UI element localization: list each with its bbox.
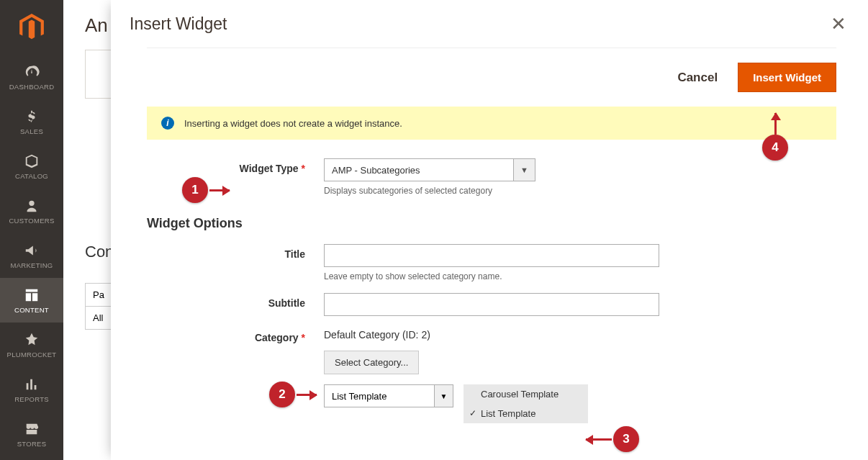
nav-sales[interactable]: SALES [0,99,63,144]
subtitle-input[interactable] [324,293,659,316]
annotation-1-arrow [209,189,230,191]
nav-label: DASHBOARD [9,83,55,91]
chevron-down-icon[interactable]: ▼ [435,384,453,407]
gauge-icon [24,64,40,80]
cancel-button[interactable]: Cancel [677,71,718,85]
modal-body: Cancel Insert Widget i Inserting a widge… [111,48,868,435]
annotation-4: 4 [762,135,788,161]
info-icon: i [161,117,174,130]
widget-type-hint: Displays subcategories of selected categ… [324,186,836,196]
subtitle-label: Subtitle [147,293,324,309]
annotation-3: 3 [613,426,639,452]
nav-label: MARKETING [10,261,53,269]
widget-type-select[interactable]: AMP - Subcategories ▼ [324,158,836,181]
modal-title: Insert Widget [130,14,227,34]
template-option-list[interactable]: List Template [464,404,588,423]
chevron-down-icon[interactable]: ▼ [514,158,535,181]
magento-logo-icon [19,14,44,41]
title-input[interactable] [324,244,659,267]
annotation-2-arrow [297,394,317,396]
nav-label: PLUMROCKET [7,351,57,358]
category-value: Default Category (ID: 2) [324,328,836,341]
widget-options-heading: Widget Options [147,216,836,231]
box-icon [24,153,40,169]
category-label: Category [147,328,324,343]
insert-widget-button[interactable]: Insert Widget [738,63,836,92]
select-category-button[interactable]: Select Category... [324,351,419,374]
layout-icon [24,287,40,303]
nav-label: SALES [20,127,43,135]
title-label: Title [147,244,324,260]
template-value: List Template [324,384,435,407]
action-bar: Cancel Insert Widget [147,48,836,107]
nav-marketing[interactable]: MARKETING [0,233,63,278]
title-hint: Leave empty to show selected category na… [324,271,836,281]
annotation-3-arrow [586,438,612,441]
dollar-icon [24,109,40,125]
close-icon[interactable]: ✕ [828,12,849,36]
nav-content[interactable]: CONTENT [0,278,63,323]
nav-dashboard[interactable]: DASHBOARD [0,55,63,99]
annotation-1: 1 [182,177,208,203]
template-select[interactable]: List Template ▼ [324,384,453,407]
annotation-2: 2 [269,382,295,407]
widget-type-value: AMP - Subcategories [324,158,514,181]
annotation-4-arrow [774,113,777,135]
nav-label: CONTENT [14,306,49,314]
person-icon [24,198,40,214]
info-banner: i Inserting a widget does not create a w… [147,107,836,140]
bars-icon [24,376,40,392]
nav-reports[interactable]: REPORTS [0,367,63,412]
template-option-carousel[interactable]: Carousel Template [464,384,588,404]
plumrocket-icon [24,332,40,348]
nav-catalog[interactable]: CATALOG [0,144,63,189]
modal-header: Insert Widget ✕ [111,0,868,48]
store-icon [24,421,40,437]
info-text: Inserting a widget does not create a wid… [184,118,402,129]
nav-label: CUSTOMERS [9,217,54,225]
megaphone-icon [24,243,40,258]
nav-customers[interactable]: CUSTOMERS [0,189,63,233]
nav-label: CATALOG [15,172,48,180]
nav-plumrocket[interactable]: PLUMROCKET [0,323,63,367]
widget-type-label: Widget Type [147,158,324,174]
insert-widget-modal: Insert Widget ✕ Cancel Insert Widget i I… [111,0,868,460]
nav-stores[interactable]: STORES [0,412,63,456]
admin-sidebar: DASHBOARD SALES CATALOG CUSTOMERS MARKET… [0,0,63,460]
nav-label: STORES [17,440,47,448]
magento-logo [0,0,63,55]
template-dropdown: Carousel Template List Template [464,384,588,423]
nav-label: REPORTS [14,395,49,403]
